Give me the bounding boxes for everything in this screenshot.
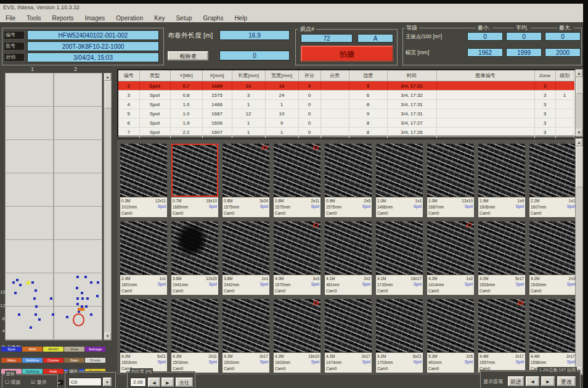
defect-marker[interactable] — [86, 297, 89, 300]
nav-last-button[interactable]: 更改 — [557, 376, 576, 386]
inspector-button[interactable]: 检验者 — [168, 51, 208, 60]
column-header[interactable]: 级别 — [555, 70, 574, 81]
legend-button-shade[interactable]: Shade — [85, 358, 105, 363]
nav-prev-button[interactable]: ◀ — [526, 376, 539, 386]
defect-marker[interactable] — [76, 303, 79, 305]
table-row[interactable]: 6Spot1.9160619083/4, 17:273 — [118, 118, 574, 128]
page-go-button[interactable]: 去往 — [176, 378, 193, 387]
defect-marker[interactable] — [35, 313, 37, 316]
defect-marker[interactable] — [30, 326, 32, 329]
defect-thumbnail[interactable]: 4.2M1503mmCam05x21Spot — [120, 299, 167, 373]
table-row[interactable]: 3Spot0.81575324063/4, 17:3231 — [118, 91, 574, 100]
fabric-image[interactable]: 19 — [274, 299, 321, 352]
defect-thumbnail[interactable]: 4.2M1503mmCam02x17Spot — [223, 299, 269, 373]
zoom-checkbox[interactable]: ☐ 缩放 — [5, 379, 20, 386]
page-value-field[interactable]: 2.05 — [130, 378, 146, 387]
page-prev-button[interactable]: ◀ — [148, 378, 160, 387]
fabric-image[interactable] — [376, 299, 423, 352]
defect-thumbnail[interactable]: 194.2M1603mmCam016x10Spot — [274, 299, 321, 373]
legend-button-warp[interactable]: Warp — [1, 358, 22, 363]
table-scrollbar[interactable]: ▲ ▼ — [575, 69, 583, 137]
defect-thumbnail[interactable]: 4.4M1558mmCam02x17Spot — [529, 299, 576, 373]
defect-marker[interactable] — [81, 297, 84, 300]
legend-button-stain[interactable]: Stain — [64, 358, 84, 363]
fabric-image[interactable] — [171, 221, 218, 274]
fabric-image[interactable]: 17 — [274, 221, 321, 274]
capture-button[interactable]: 拍摄 — [301, 46, 393, 62]
defect-thumbnail[interactable]: 2.4M1601mmCam01x1Spot — [120, 221, 167, 295]
defect-marker[interactable] — [90, 281, 92, 284]
thumbnail-scrollbar-thumb[interactable] — [576, 147, 583, 188]
fabric-image[interactable]: 19 — [478, 299, 525, 352]
legend-button-cluster[interactable]: Cluster — [43, 358, 63, 363]
table-scroll-down-icon[interactable]: ▼ — [576, 129, 582, 136]
defect-marker[interactable] — [19, 284, 22, 286]
fabric-image[interactable] — [120, 144, 167, 197]
legend-button-wefto[interactable]: WeftO — [43, 347, 63, 352]
legend-button-weft[interactable]: Weft — [22, 347, 43, 352]
nav-first-button[interactable]: 前进 — [508, 376, 524, 386]
defect-marker[interactable] — [33, 297, 36, 300]
defect-thumbnail[interactable]: 3.6M1941mmCam012x20Spot — [171, 221, 218, 295]
defect-map[interactable]: 161284 — [5, 73, 102, 341]
column-header[interactable]: 类型 — [139, 70, 170, 81]
nav-next-button[interactable]: ▶ — [541, 376, 555, 386]
fabric-image[interactable] — [427, 299, 474, 352]
show-checkbox[interactable]: ☑ 显示 — [31, 379, 46, 386]
legend-button-weftline[interactable]: Weftline — [22, 358, 43, 363]
map-scrollbar[interactable]: ▲ ▼ — [104, 73, 112, 341]
map-scrollbar-thumb[interactable] — [105, 81, 112, 109]
defect-thumbnail[interactable]: 0.3M1010mmCam012x11Spot — [120, 144, 167, 217]
fabric-image[interactable] — [529, 221, 576, 274]
defect-thumbnail[interactable]: 5.2M491mmCam02x5Spot — [427, 299, 474, 373]
defect-marker[interactable] — [27, 281, 30, 284]
column-header[interactable]: 强度 — [349, 70, 387, 81]
defect-marker[interactable] — [35, 289, 37, 292]
defect-thumbnail[interactable]: 174.0M1570mmCam03x3Spot — [274, 221, 321, 295]
column-header[interactable]: X[mm] — [202, 70, 232, 81]
defect-thumbnail[interactable]: 1.0M1687mmCam012x10Spot — [427, 144, 474, 217]
fabric-image[interactable] — [376, 144, 423, 197]
defect-marker[interactable] — [12, 281, 15, 284]
column-header[interactable]: 分类 — [321, 70, 349, 81]
column-header[interactable]: 图像编号 — [436, 70, 534, 81]
defect-marker[interactable] — [35, 305, 38, 308]
legend-button-splicing[interactable]: Splicing — [22, 369, 43, 374]
defect-marker[interactable] — [50, 297, 52, 300]
table-row[interactable]: 5Spot1.016871210093/4, 17:313 — [118, 109, 574, 118]
defect-thumbnail[interactable]: 1.0M1466mmCam01x1Spot — [376, 144, 423, 217]
fabric-image[interactable]: 23 — [223, 144, 269, 197]
edit-dropdown[interactable]: C0 — [68, 378, 102, 386]
fabric-image[interactable]: 17 — [427, 221, 474, 274]
defect-marker[interactable] — [76, 287, 78, 289]
defect-marker[interactable] — [84, 276, 87, 278]
fabric-image[interactable] — [120, 299, 167, 352]
defect-thumbnail[interactable]: 2.2M1607mmCam01x1Spot — [529, 144, 576, 217]
legend-button-area[interactable]: Area — [64, 347, 84, 352]
legend-button-selvage[interactable]: Selvage — [85, 347, 105, 352]
defect-marker[interactable] — [78, 308, 84, 311]
fabric-image[interactable] — [325, 221, 372, 274]
defect-thumbnail[interactable]: 4.2M1543mmCam02x3Spot — [529, 221, 576, 295]
defect-marker[interactable] — [96, 295, 99, 297]
column-header[interactable]: 长度[mm] — [232, 70, 265, 81]
column-header[interactable]: Y[Mtr] — [170, 70, 202, 81]
page-next-button[interactable]: ▶ — [161, 378, 174, 387]
defect-marker[interactable] — [76, 297, 79, 300]
defect-marker[interactable] — [90, 313, 92, 316]
fabric-image[interactable] — [120, 221, 167, 274]
fabric-image[interactable] — [376, 221, 423, 274]
legend-button-hole[interactable]: Hole — [43, 369, 63, 374]
defect-thumbnail[interactable]: 174.2M1414mmCam01x2Spot — [427, 221, 474, 295]
defect-marker[interactable] — [14, 292, 17, 294]
table-scroll-up-icon[interactable]: ▲ — [576, 70, 582, 77]
defect-marker[interactable] — [38, 318, 41, 321]
defect-thumbnail[interactable]: 4.2M1503mmCam02x11Spot — [171, 299, 218, 373]
defect-thumbnail[interactable]: 0.7M1689mmCam016x10Spot — [171, 144, 218, 217]
column-header[interactable]: 宽度[mm] — [265, 70, 298, 81]
fabric-image[interactable] — [171, 144, 218, 197]
table-row[interactable]: 4Spot1.0146611083/4, 17:313 — [118, 100, 574, 109]
fabric-image[interactable] — [478, 221, 525, 274]
column-header[interactable]: 时间 — [387, 70, 436, 81]
column-header[interactable]: 评分 — [298, 70, 321, 81]
